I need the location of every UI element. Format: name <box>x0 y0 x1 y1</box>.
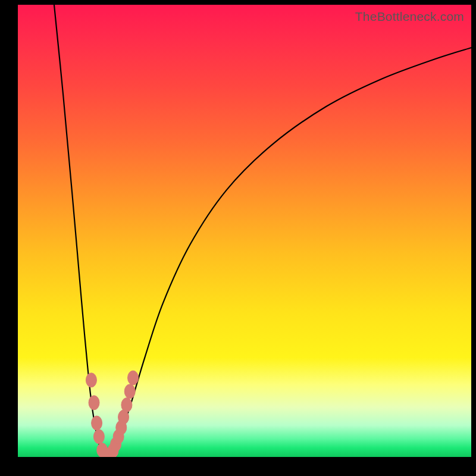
marker-dot <box>93 430 104 444</box>
plot-area: TheBottleneck.com <box>18 5 471 457</box>
marker-dot <box>124 384 135 399</box>
marker-dot <box>92 416 102 430</box>
marker-dot <box>89 396 99 410</box>
marker-dot <box>128 371 139 385</box>
marker-dot <box>86 373 96 387</box>
marker-dot <box>121 398 132 412</box>
watermark-text: TheBottleneck.com <box>355 10 464 24</box>
marker-layer <box>18 5 471 457</box>
marker-cluster <box>86 371 138 457</box>
chart-frame: TheBottleneck.com <box>0 0 476 476</box>
